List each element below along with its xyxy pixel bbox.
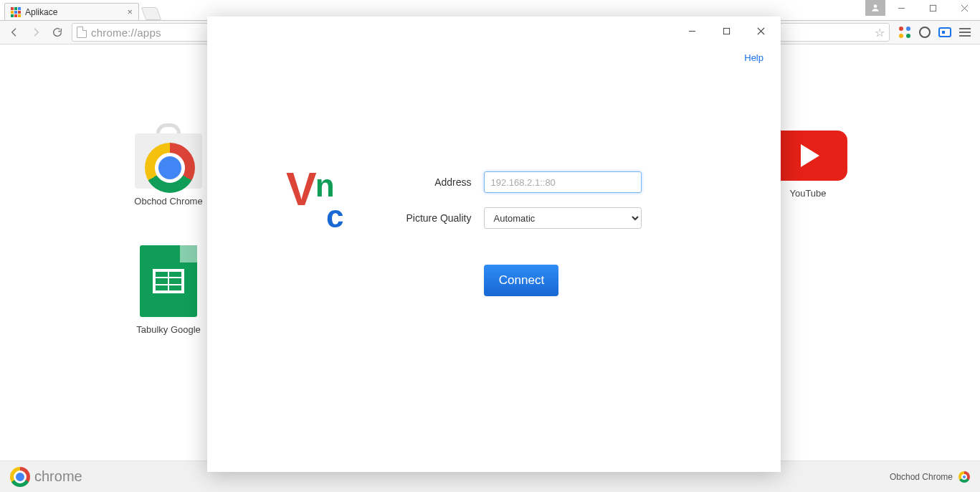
svg-rect-13 (723, 28, 729, 34)
svg-point-0 (874, 4, 877, 8)
chrome-store-icon (129, 120, 208, 189)
app-tile-google-sheets[interactable]: Tabulky Google (118, 245, 219, 335)
dialog-help-row: Help (207, 45, 781, 64)
os-maximize-button[interactable] (917, 0, 948, 16)
dialog-close-button[interactable] (745, 20, 776, 42)
tab-close-icon[interactable]: × (127, 6, 133, 17)
chrome-brand-text: chrome (34, 468, 82, 485)
bottom-store-link[interactable]: Obchod Chrome (890, 472, 953, 482)
svg-point-8 (906, 34, 910, 38)
connect-button[interactable]: Connect (484, 265, 558, 296)
forward-button[interactable] (26, 22, 46, 42)
app-label: Obchod Chrome (118, 196, 219, 207)
extension-icon-2[interactable] (918, 26, 931, 39)
help-link[interactable]: Help (744, 52, 763, 63)
svg-point-7 (899, 34, 903, 38)
connection-form: Address Picture Quality Automatic Connec… (385, 171, 723, 296)
svg-rect-2 (930, 5, 936, 11)
new-tab-button[interactable] (141, 7, 162, 20)
vnc-logo: Vnc (286, 171, 342, 296)
app-tile-chrome-store[interactable]: Obchod Chrome (118, 120, 219, 207)
dialog-body: Vnc Address Picture Quality Automatic Co… (207, 64, 781, 296)
extension-icon-3[interactable] (938, 26, 951, 39)
address-input[interactable] (484, 171, 642, 193)
os-close-button[interactable] (948, 0, 980, 16)
app-label: Tabulky Google (118, 324, 219, 335)
reload-button[interactable] (47, 22, 67, 42)
back-button[interactable] (4, 22, 24, 42)
os-minimize-button[interactable] (885, 0, 917, 16)
menu-button[interactable] (958, 26, 971, 39)
chrome-mini-icon (958, 471, 970, 483)
dialog-minimize-button[interactable] (676, 20, 708, 42)
svg-rect-11 (942, 31, 945, 34)
url-text: chrome://apps (91, 27, 161, 39)
os-user-avatar[interactable] (865, 0, 885, 16)
dialog-titlebar (207, 16, 781, 45)
vnc-dialog-window: Help Vnc Address Picture Quality Automat… (207, 16, 781, 472)
extension-icon-1[interactable] (898, 26, 911, 39)
bookmark-star-icon[interactable]: ☆ (875, 26, 885, 39)
tab-title: Aplikace (25, 7, 127, 17)
svg-point-6 (906, 27, 910, 31)
quality-select[interactable]: Automatic (484, 207, 642, 229)
os-window-controls (865, 0, 980, 16)
page-icon (77, 27, 87, 38)
browser-tab[interactable]: Aplikace × (4, 3, 139, 20)
apps-favicon (11, 7, 21, 17)
chrome-logo-icon (10, 467, 30, 487)
address-label: Address (385, 176, 471, 188)
svg-point-9 (920, 27, 930, 37)
quality-label: Picture Quality (385, 212, 471, 224)
sheets-icon (140, 245, 197, 317)
svg-point-5 (899, 27, 903, 31)
extension-icons (894, 26, 976, 39)
dialog-maximize-button[interactable] (710, 20, 742, 42)
